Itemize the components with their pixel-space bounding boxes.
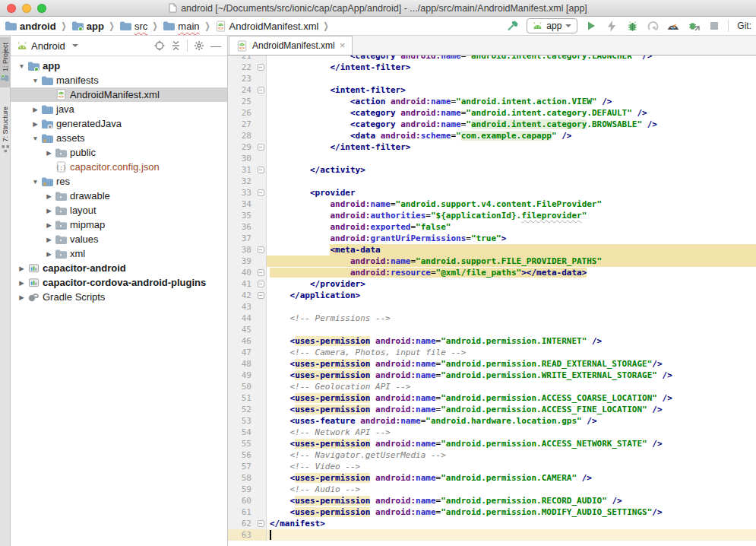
code-line-text[interactable]: <uses-permission android:name="android.p…: [267, 335, 756, 347]
fold-end-icon[interactable]: −: [258, 292, 264, 299]
chevron-right-icon[interactable]: ▶: [17, 279, 27, 287]
tree-item-mipmap[interactable]: ▶mipmap: [11, 217, 227, 232]
tree-item-values[interactable]: ▶values: [11, 232, 227, 246]
tree-item-assets[interactable]: ▼assets: [11, 131, 227, 145]
chevron-down-icon[interactable]: ▼: [30, 178, 40, 186]
code-line-text[interactable]: <!-- Video -->: [267, 461, 756, 472]
breadcrumb-item-src[interactable]: src: [119, 21, 147, 32]
code-line-text[interactable]: <data android:scheme="com.example.capapp…: [267, 130, 756, 141]
stop-icon[interactable]: [707, 19, 721, 33]
code-line-text[interactable]: [267, 153, 756, 164]
code-line-text[interactable]: <!-- Audio -->: [267, 484, 756, 495]
code-line-text[interactable]: android:grantUriPermissions="true">: [267, 233, 756, 244]
code-line-text[interactable]: [267, 73, 756, 84]
fold-end-icon[interactable]: −: [258, 520, 264, 527]
code-line-text[interactable]: [267, 324, 756, 335]
code-line-text[interactable]: </intent-filter>: [267, 141, 756, 153]
code-line-text[interactable]: </intent-filter>: [267, 62, 756, 73]
tool-window-button-project[interactable]: 1: Project: [0, 37, 11, 87]
tree-item-capacitor-cordova-android-plugins[interactable]: ▶capacitor-cordova-android-plugins: [11, 275, 227, 290]
fold-end-icon[interactable]: −: [258, 281, 264, 287]
minimize-window-icon[interactable]: [22, 4, 31, 13]
code-line-text[interactable]: <category android:name="android.intent.c…: [267, 56, 756, 62]
code-line-text[interactable]: <uses-feature android:name="android.hard…: [267, 415, 756, 427]
collapse-all-icon[interactable]: [171, 40, 181, 51]
fold-end-icon[interactable]: −: [258, 64, 264, 71]
code-line-text[interactable]: <!-- Geolocation API -->: [267, 381, 756, 392]
code-line-text[interactable]: <!-- Permissions -->: [267, 313, 756, 324]
code-line-text[interactable]: <uses-permission android:name="android.p…: [267, 438, 756, 449]
chevron-down-icon[interactable]: ▼: [17, 62, 27, 70]
code-line-text[interactable]: </activity>: [267, 164, 756, 176]
code-line-text[interactable]: </provider>: [267, 278, 756, 290]
run-configuration-select[interactable]: app: [527, 18, 577, 33]
code-line-text[interactable]: [267, 176, 756, 187]
code-line-text[interactable]: <!-- Camera, Photos, input file -->: [267, 347, 756, 358]
code-line-text[interactable]: <meta-data: [267, 244, 756, 256]
chevron-right-icon[interactable]: ▶: [44, 207, 54, 214]
breadcrumb-item-main[interactable]: main: [163, 21, 199, 32]
fold-end-icon[interactable]: −: [258, 167, 264, 173]
tree-item-generatedjava[interactable]: ▶generatedJava: [11, 116, 227, 131]
code-line-text[interactable]: [267, 301, 756, 313]
code-line-text[interactable]: <category android:name="android.intent.c…: [267, 119, 756, 130]
chevron-right-icon[interactable]: ▶: [17, 294, 27, 301]
code-line-text[interactable]: <uses-permission android:name="android.p…: [267, 370, 756, 381]
tree-item-manifests[interactable]: ▼manifests: [11, 73, 227, 87]
chevron-right-icon[interactable]: ▶: [44, 250, 54, 258]
tree-item-capacitor-android[interactable]: ▶capacitor-android: [11, 261, 227, 275]
code-line-text[interactable]: <uses-permission android:name="android.p…: [267, 506, 756, 518]
close-window-icon[interactable]: [7, 4, 16, 13]
code-line-text[interactable]: <provider: [267, 187, 756, 198]
chevron-down-icon[interactable]: ▼: [30, 77, 40, 84]
apply-changes-icon[interactable]: [605, 19, 618, 33]
close-tab-icon[interactable]: ×: [340, 42, 346, 49]
code-line-text[interactable]: <intent-filter>: [267, 84, 756, 96]
tree-item-layout[interactable]: ▶layout: [11, 203, 227, 217]
code-line-text[interactable]: <uses-permission android:name="android.p…: [267, 404, 756, 415]
debug-button[interactable]: [625, 19, 639, 33]
code-editor[interactable]: 21 <category android:name="android.inten…: [228, 56, 756, 546]
build-hammer-icon[interactable]: [506, 19, 520, 33]
tree-item-drawable[interactable]: ▶drawable: [11, 189, 227, 203]
tree-item-gradle-scripts[interactable]: ▶Gradle Scripts: [11, 290, 227, 304]
chevron-right-icon[interactable]: ▶: [30, 120, 40, 128]
chevron-down-icon[interactable]: ▼: [30, 135, 40, 142]
code-line-text[interactable]: </application>: [267, 290, 756, 301]
code-line-text[interactable]: android:authorities="${applicationId}.fi…: [267, 210, 756, 221]
profiler-icon[interactable]: [666, 19, 680, 33]
code-line-text[interactable]: <uses-permission android:name="android.p…: [267, 495, 756, 506]
run-button[interactable]: [584, 19, 598, 33]
fold-end-icon[interactable]: −: [258, 144, 264, 151]
fold-start-icon[interactable]: −: [258, 189, 264, 196]
breadcrumb-item-app[interactable]: app: [71, 21, 104, 32]
tab-androidmanifest[interactable]: <> AndroidManifest.xml ×: [229, 36, 353, 55]
chevron-right-icon[interactable]: ▶: [30, 106, 40, 113]
fold-start-icon[interactable]: −: [258, 87, 264, 94]
fold-end-icon[interactable]: −: [258, 269, 264, 276]
project-view-select[interactable]: Android: [17, 40, 78, 52]
code-line-text[interactable]: [267, 529, 756, 541]
coverage-icon[interactable]: [646, 19, 660, 33]
code-line-text[interactable]: <category android:name="android.intent.c…: [267, 107, 756, 119]
settings-gear-icon[interactable]: [194, 40, 204, 51]
tree-item-androidmanifest-xml[interactable]: <>AndroidManifest.xml: [11, 87, 227, 102]
tree-item-java[interactable]: ▶java: [11, 102, 227, 116]
code-line-text[interactable]: <uses-permission android:name="android.p…: [267, 472, 756, 484]
code-line-text[interactable]: <!-- Network API -->: [267, 427, 756, 438]
code-line-text[interactable]: <action android:name="android.intent.act…: [267, 96, 756, 107]
chevron-right-icon[interactable]: ▶: [44, 149, 54, 157]
code-line-text[interactable]: <uses-permission android:name="android.p…: [267, 392, 756, 404]
locate-file-icon[interactable]: [154, 40, 165, 51]
tree-item-capacitor-config-json[interactable]: {;}capacitor.config.json: [11, 160, 227, 174]
chevron-right-icon[interactable]: ▶: [17, 265, 27, 272]
tree-item-xml[interactable]: ▶xml: [11, 246, 227, 261]
fold-start-icon[interactable]: −: [258, 246, 264, 253]
breadcrumb-item-android[interactable]: android: [5, 21, 56, 32]
code-line-text[interactable]: </manifest>: [267, 518, 756, 529]
tree-item-app[interactable]: ▼app: [11, 59, 227, 73]
code-line-text[interactable]: android:exported="false": [267, 221, 756, 233]
chevron-right-icon[interactable]: ▶: [44, 221, 54, 229]
tool-window-button-structure[interactable]: 7: Structure: [0, 101, 11, 158]
tree-item-res[interactable]: ▼res: [11, 174, 227, 189]
